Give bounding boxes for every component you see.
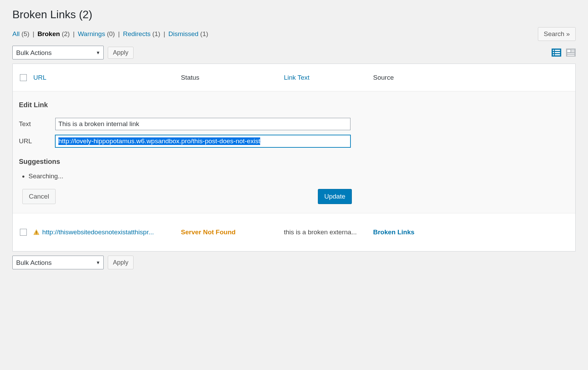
- text-label: Text: [19, 120, 55, 128]
- filter-broken-count: (2): [62, 30, 70, 37]
- svg-rect-12: [567, 55, 575, 56]
- cancel-button[interactable]: Cancel: [22, 189, 56, 204]
- suggestions-list: Searching...: [28, 172, 569, 180]
- page-title: Broken Links (2): [12, 8, 576, 21]
- svg-rect-9: [571, 50, 574, 51]
- filter-all[interactable]: All: [12, 30, 20, 37]
- filter-broken[interactable]: Broken: [37, 30, 60, 37]
- update-button[interactable]: Update: [318, 189, 352, 204]
- view-excerpt-icon[interactable]: [566, 48, 576, 57]
- filter-redirects-count: (1): [152, 30, 160, 37]
- filter-tabs: All (5) | Broken (2) | Warnings (0) | Re…: [12, 30, 208, 38]
- edit-link-panel: Edit Link Text URL Suggestions Searching…: [13, 91, 575, 213]
- edit-link-title: Edit Link: [19, 101, 569, 109]
- svg-rect-1: [553, 50, 554, 51]
- filter-warnings[interactable]: Warnings: [78, 30, 105, 37]
- link-text-input[interactable]: [55, 118, 350, 130]
- suggestions-loading: Searching...: [28, 172, 569, 180]
- filter-redirects[interactable]: Redirects: [123, 30, 150, 37]
- col-linktext[interactable]: Link Text: [284, 74, 310, 81]
- filter-warnings-count: (0): [107, 30, 115, 37]
- row-status: Server Not Found: [181, 228, 284, 236]
- view-list-icon[interactable]: [552, 48, 561, 57]
- row-source[interactable]: Broken Links: [373, 228, 414, 236]
- apply-button-bottom[interactable]: Apply: [108, 256, 134, 269]
- filter-all-count: (5): [21, 30, 29, 37]
- filter-dismissed-count: (1): [200, 30, 208, 37]
- view-switcher: [552, 48, 576, 57]
- svg-rect-13: [36, 231, 37, 233]
- svg-rect-6: [555, 54, 560, 56]
- svg-rect-3: [553, 52, 554, 53]
- links-table: URL Status Link Text Source Edit Link Te…: [12, 64, 576, 251]
- svg-rect-14: [36, 234, 37, 234]
- url-label: URL: [19, 137, 55, 145]
- apply-button[interactable]: Apply: [108, 47, 134, 59]
- col-status: Status: [181, 74, 284, 81]
- col-url[interactable]: URL: [33, 74, 46, 81]
- suggestions-title: Suggestions: [19, 158, 569, 166]
- table-row: http://thiswebsitedoesnotexistatthispr..…: [13, 213, 575, 251]
- filter-dismissed[interactable]: Dismissed: [168, 30, 198, 37]
- row-checkbox[interactable]: [20, 229, 27, 236]
- search-button[interactable]: Search »: [538, 27, 576, 41]
- svg-rect-2: [555, 50, 560, 51]
- svg-rect-11: [567, 53, 575, 54]
- svg-rect-8: [567, 50, 570, 52]
- col-source: Source: [373, 74, 575, 81]
- bulk-actions-select[interactable]: Bulk Actions: [12, 46, 104, 59]
- row-link-text: this is a broken externa...: [284, 228, 373, 236]
- svg-rect-5: [553, 54, 554, 56]
- svg-rect-4: [555, 52, 560, 53]
- link-url-input[interactable]: [55, 135, 350, 147]
- row-url[interactable]: http://thiswebsitedoesnotexistatthispr..…: [42, 228, 154, 236]
- table-header: URL Status Link Text Source: [13, 64, 575, 91]
- warning-icon: [33, 229, 39, 235]
- svg-rect-10: [571, 52, 574, 52]
- select-all-checkbox[interactable]: [20, 74, 27, 81]
- bulk-actions-select-bottom[interactable]: Bulk Actions: [12, 256, 104, 269]
